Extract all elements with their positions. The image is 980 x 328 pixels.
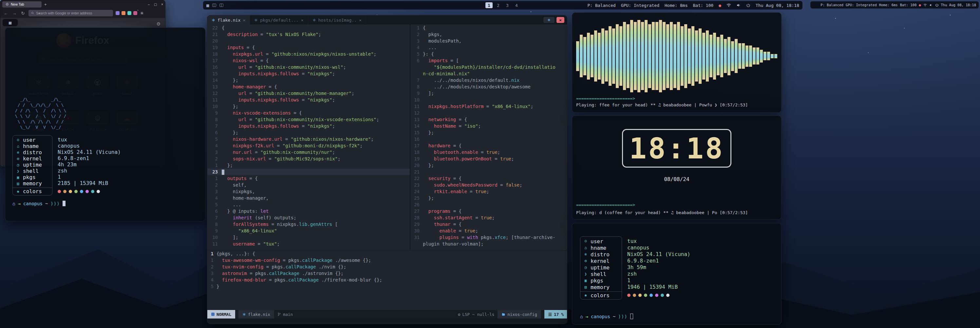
shell-prompt[interactable]: ⌂ → canopus ~ )))	[580, 314, 633, 319]
visualizer-bar	[771, 54, 774, 58]
visualizer-bar	[731, 41, 734, 71]
menu-grid-icon[interactable]: ▦	[9, 20, 11, 25]
layout-icon[interactable]	[212, 3, 216, 7]
pane-flake-nix[interactable]: 22{21 description = "tux's NixOS Flake";…	[207, 25, 410, 250]
code-line: 10 ];	[207, 234, 410, 241]
command-line[interactable]	[207, 318, 567, 324]
workspace-3[interactable]: 3	[504, 2, 511, 8]
editor-close-button[interactable]: ×	[557, 17, 564, 23]
globe-icon	[6, 3, 9, 6]
now-playing-text: Playing: d (coffee for your head) ** ♫ b…	[576, 209, 777, 216]
record-icon[interactable]: ●	[719, 3, 721, 8]
kernel-icon: ⚙	[583, 258, 588, 263]
visualizer-bar	[688, 29, 691, 84]
project-name: nixos-config	[498, 310, 541, 318]
visualizer-bar	[742, 43, 745, 69]
color-dot	[661, 294, 664, 297]
tab-close-icon[interactable]: ×	[243, 18, 245, 22]
code-line: 15 };	[410, 129, 567, 136]
visualizer-bar	[673, 24, 676, 88]
personalize-gear-icon[interactable]: ⚙	[156, 21, 161, 27]
uptime-icon: ◷	[16, 163, 20, 167]
code-line: 1 tux-awesome-wm-config = pkgs.callPacka…	[207, 257, 567, 263]
volume-icon[interactable]	[929, 3, 933, 7]
clock-time: 18:18	[629, 132, 724, 165]
visualizer-bar	[717, 37, 720, 75]
close-button[interactable]: ×	[161, 3, 163, 6]
memory-icon: ▤	[583, 285, 588, 289]
visualizer-bar	[619, 26, 622, 86]
fetch-row: ✱colors	[581, 292, 622, 298]
extension-icon[interactable]	[127, 11, 131, 15]
fetch-row: ⌂hname	[581, 244, 622, 251]
record-icon[interactable]: ●	[919, 3, 921, 7]
extension-icon[interactable]	[121, 11, 126, 15]
fetch-value: 2185 | 15394 MiB	[58, 180, 121, 186]
color-dot	[69, 190, 72, 193]
color-dot	[633, 294, 636, 297]
power-icon[interactable]	[935, 3, 939, 7]
layout-icon[interactable]	[220, 3, 223, 7]
progress-separator: ======================>	[576, 202, 635, 208]
tab-close-icon[interactable]: ×	[301, 18, 304, 22]
extension-icon[interactable]	[133, 11, 137, 15]
fetch-value: zsh	[627, 270, 690, 277]
code-line: 13 networking = {	[410, 116, 567, 123]
code-line: 22{	[207, 25, 410, 31]
volume-icon[interactable]	[736, 3, 741, 8]
code-line: 9 ];	[410, 90, 567, 97]
wifi-icon[interactable]	[923, 3, 927, 7]
color-dot	[627, 294, 630, 297]
buffer-toggle-button[interactable]	[543, 17, 555, 23]
tab-pkgs-default[interactable]: pkgs/default... ×	[250, 15, 308, 25]
menu-grid-icon[interactable]: ▦	[206, 3, 209, 8]
home-icon: ⌂	[13, 201, 15, 206]
minimize-button[interactable]: –	[148, 3, 150, 6]
maximize-button[interactable]: ▢	[154, 3, 157, 6]
power-icon[interactable]	[746, 3, 750, 8]
new-tab-button[interactable]: +	[44, 2, 47, 7]
workspace-2[interactable]: 2	[495, 2, 502, 8]
visualizer-bar	[764, 52, 767, 60]
code-line: 15 inputs.nixpkgs.follows = "nixpkgs";	[207, 70, 410, 77]
visualizer-bar	[605, 30, 608, 81]
workspace-4[interactable]: 4	[513, 2, 520, 8]
hamburger-menu-icon[interactable]: ≡	[140, 11, 143, 16]
visualizer-bar	[749, 46, 752, 67]
browser-tab[interactable]: New Tab	[2, 1, 41, 8]
wifi-icon[interactable]	[727, 3, 731, 8]
shell-prompt[interactable]: ⌂ → canopus ~ )))	[13, 201, 65, 206]
code-line: 1{	[410, 25, 567, 31]
tab-close-icon[interactable]: ×	[359, 18, 362, 22]
code-line: 1 };	[207, 162, 410, 169]
fetch-value: canopus	[58, 143, 121, 149]
nix-file-icon	[242, 313, 246, 316]
tab-flake-nix[interactable]: flake.nix ×	[207, 15, 250, 25]
color-dot	[638, 294, 642, 297]
visualizer-bar	[576, 41, 579, 71]
code-line: 7 ../../modules/nixos/default.nix	[410, 77, 567, 84]
code-line: 7 inherit (self) outputs;	[207, 214, 410, 221]
address-input[interactable]	[36, 11, 110, 15]
folder-icon	[501, 313, 505, 316]
workspace-1[interactable]: 1	[485, 2, 493, 8]
pane-pkgs-default-nix[interactable]: 1{pkgs, ...}: {1 tux-awesome-wm-config =…	[207, 250, 567, 310]
address-bar[interactable]	[29, 10, 113, 16]
code-line: 4 ...	[410, 44, 567, 51]
lsp-status: ⚙LSP ~ null-ls	[458, 312, 494, 317]
reload-icon[interactable]: ↻	[20, 11, 26, 16]
home-icon: ⌂	[580, 314, 583, 319]
back-icon[interactable]: ←	[3, 11, 9, 16]
forward-icon[interactable]: →	[11, 11, 18, 16]
pane-isoimage-nix[interactable]: 1{2 pkgs,3 modulesPath,4 ...5}: {6 impor…	[410, 25, 567, 250]
extension-icon[interactable]	[116, 11, 119, 15]
firefox-navbar: ← → ↻ ≡	[0, 8, 165, 18]
fetch-row: ❯shell	[13, 168, 52, 174]
color-dot	[63, 190, 67, 193]
shell-icon: ❯	[16, 169, 20, 173]
code-line: 11 nixpkgs.hostPlatform = "x86_64-linux"…	[410, 103, 567, 110]
code-line: 8 url = "github:nix-community/nix-vscode…	[207, 116, 410, 123]
code-line: 2 self,	[207, 182, 410, 188]
visualizer-bar	[735, 39, 738, 73]
tab-hosts-isoimage[interactable]: hosts/isoImag.. ×	[308, 15, 366, 25]
